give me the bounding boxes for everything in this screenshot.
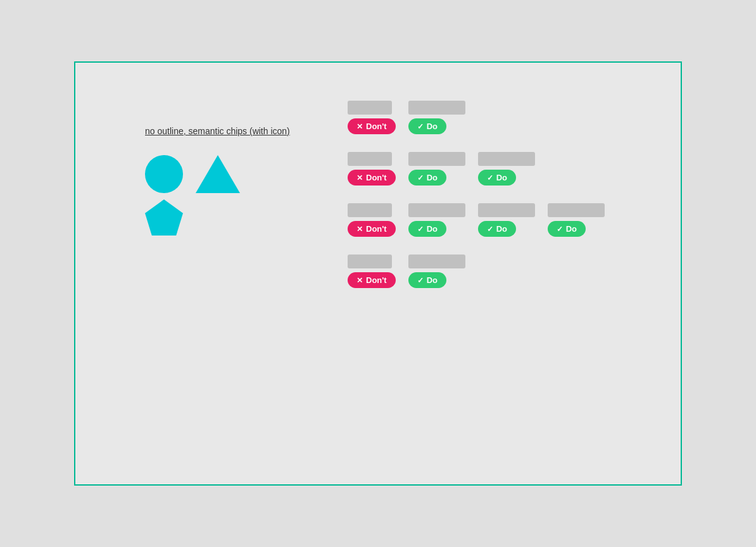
chip-group-do-4: ✓ Do: [408, 203, 465, 237]
section-label: no outline, semantic chips (with icon): [145, 126, 348, 136]
chip-row-3: ✕ Don't ✓ Do ✓ Do: [348, 203, 662, 237]
do-icon-6: ✓: [557, 225, 563, 234]
placeholder-8: [478, 203, 535, 217]
dont-icon-4: ✕: [356, 276, 363, 285]
dont-icon-2: ✕: [356, 173, 363, 182]
chip-group-do-5: ✓ Do: [478, 203, 535, 237]
chip-group-do-1: ✓ Do: [408, 101, 465, 134]
placeholder-1: [348, 101, 392, 115]
chip-group-do-7: ✓ Do: [408, 255, 465, 288]
placeholder-5: [478, 152, 535, 166]
dont-chip-4[interactable]: ✕ Don't: [348, 272, 396, 288]
right-section: ✕ Don't ✓ Do ✕ Don't: [348, 88, 662, 288]
dont-chip-3[interactable]: ✕ Don't: [348, 221, 396, 237]
dont-chip-1[interactable]: ✕ Don't: [348, 118, 396, 134]
chip-group-do-6: ✓ Do: [548, 203, 605, 237]
chip-group-dont-1: ✕ Don't: [348, 101, 396, 134]
dont-chip-2[interactable]: ✕ Don't: [348, 170, 396, 185]
shapes-row-top: [145, 155, 348, 193]
chip-group-dont-4: ✕ Don't: [348, 255, 396, 288]
dont-label-1: Don't: [366, 122, 387, 131]
do-label-2: Do: [427, 173, 438, 182]
do-icon-1: ✓: [417, 122, 424, 131]
placeholder-3: [348, 152, 392, 166]
pentagon-shape: [145, 199, 183, 236]
dont-label-4: Don't: [366, 275, 387, 285]
placeholder-7: [408, 203, 465, 217]
do-chip-4[interactable]: ✓ Do: [408, 221, 446, 237]
main-card: no outline, semantic chips (with icon) ✕…: [74, 61, 682, 486]
chip-group-do-2: ✓ Do: [408, 152, 465, 185]
do-chip-5[interactable]: ✓ Do: [478, 221, 516, 237]
placeholder-6: [348, 203, 392, 217]
do-label-3: Do: [496, 173, 507, 182]
dont-label-3: Don't: [366, 224, 387, 234]
do-label-5: Do: [496, 224, 507, 234]
chip-row-2: ✕ Don't ✓ Do ✓ Do: [348, 152, 662, 185]
placeholder-4: [408, 152, 465, 166]
do-icon-7: ✓: [417, 276, 424, 285]
do-chip-1[interactable]: ✓ Do: [408, 118, 446, 134]
shapes-container: [145, 155, 348, 236]
placeholder-9: [548, 203, 605, 217]
do-label-7: Do: [427, 275, 438, 285]
chip-row-1: ✕ Don't ✓ Do: [348, 101, 662, 134]
placeholder-10: [348, 255, 392, 268]
do-label-4: Do: [427, 224, 438, 234]
placeholder-2: [408, 101, 465, 115]
do-chip-3[interactable]: ✓ Do: [478, 170, 516, 185]
do-chip-6[interactable]: ✓ Do: [548, 221, 586, 237]
chip-group-dont-3: ✕ Don't: [348, 203, 396, 237]
left-section: no outline, semantic chips (with icon): [94, 88, 348, 236]
do-icon-4: ✓: [417, 225, 424, 234]
do-icon-3: ✓: [487, 173, 493, 182]
do-icon-5: ✓: [487, 225, 493, 234]
circle-shape: [145, 155, 183, 193]
do-label-1: Do: [427, 122, 438, 131]
do-label-6: Do: [566, 224, 577, 234]
do-icon-2: ✓: [417, 173, 424, 182]
chip-row-4: ✕ Don't ✓ Do: [348, 255, 662, 288]
do-chip-2[interactable]: ✓ Do: [408, 170, 446, 185]
placeholder-11: [408, 255, 465, 268]
chip-group-do-3: ✓ Do: [478, 152, 535, 185]
triangle-shape: [196, 155, 240, 193]
chip-group-dont-2: ✕ Don't: [348, 152, 396, 185]
do-chip-7[interactable]: ✓ Do: [408, 272, 446, 288]
dont-icon-3: ✕: [356, 225, 363, 234]
dont-label-2: Don't: [366, 173, 387, 182]
dont-icon-1: ✕: [356, 122, 363, 131]
